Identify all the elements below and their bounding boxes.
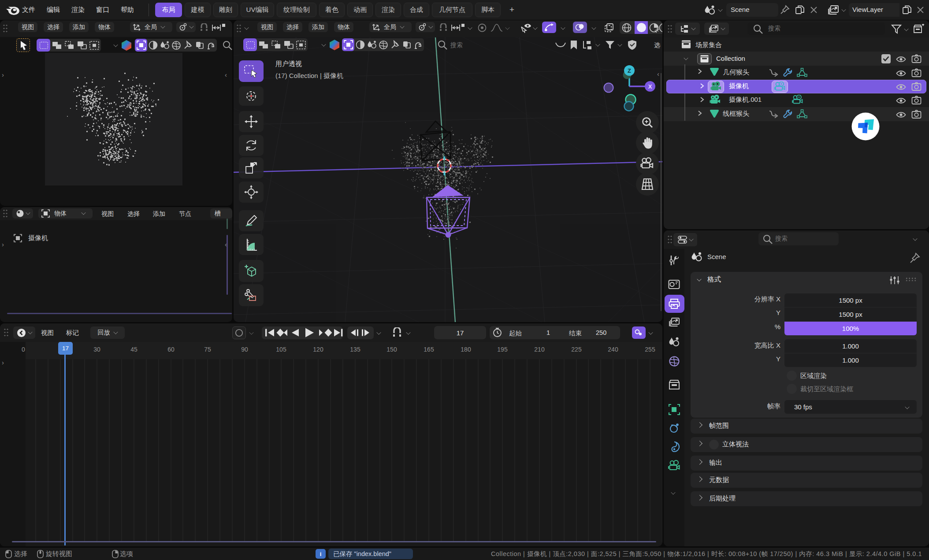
svg-text:Z: Z <box>628 67 631 74</box>
svg-text:X: X <box>648 83 652 90</box>
